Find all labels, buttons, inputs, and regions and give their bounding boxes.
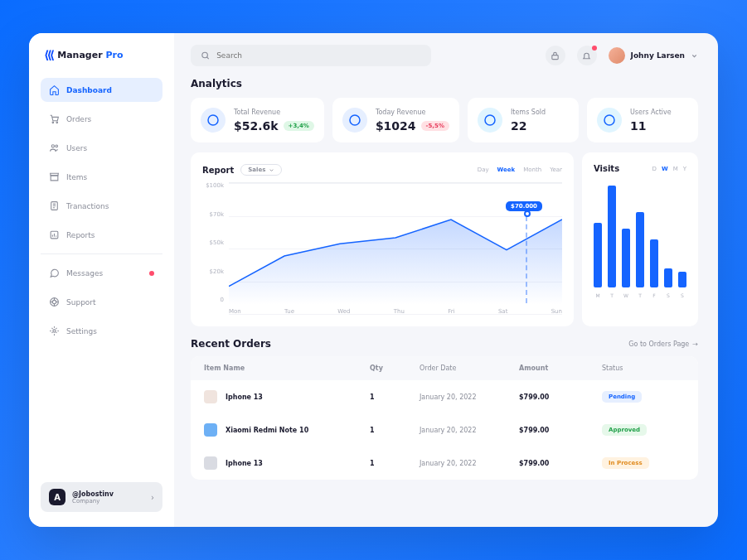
search-icon — [201, 51, 210, 60]
nav-item-dashboard[interactable]: Dashboard — [41, 78, 162, 102]
stat-delta: -5,5% — [421, 121, 449, 131]
visits-range-M[interactable]: M — [673, 166, 678, 172]
notifications-button[interactable] — [577, 46, 597, 65]
visits-panel: Visits DWMY MTWTFSS — [582, 152, 698, 326]
search-input[interactable] — [216, 51, 421, 60]
nav-dot — [149, 271, 154, 276]
nav-label: Settings — [66, 327, 97, 336]
stat-value: 11 — [630, 119, 672, 133]
orders-heading: Recent Orders — [191, 338, 271, 350]
arrow-right-icon: → — [692, 340, 698, 348]
bell-icon — [582, 51, 591, 60]
item-qty: 1 — [370, 427, 420, 434]
home-icon — [49, 84, 60, 95]
svg-point-3 — [56, 145, 58, 147]
th-qty: Qty — [370, 364, 420, 372]
stats-row: Total Revenue$52.6k+3,4%Today Revenue$10… — [191, 98, 698, 142]
calendar-icon — [342, 108, 367, 133]
company-info: @Jobostinv Company — [72, 490, 144, 504]
search-box[interactable] — [191, 45, 431, 66]
chevron-down-icon — [269, 167, 274, 173]
sidebar: ⟨⟨⟨ Manager Pro DashboardOrdersUsersItem… — [29, 33, 174, 527]
gear-icon — [49, 326, 60, 336]
visits-bars — [594, 180, 686, 287]
nav-item-messages[interactable]: Messages — [41, 261, 162, 285]
table-row[interactable]: Iphone 131January 20, 2022$799.00Pending — [191, 380, 698, 413]
report-panel: Report Sales DayWeekMonthYear $100k$70k$… — [191, 152, 574, 326]
range-week[interactable]: Week — [497, 167, 516, 173]
nav-item-reports[interactable]: Reports — [41, 223, 162, 247]
table-header: Item Name Qty Order Date Amount Status — [191, 356, 698, 380]
bar — [594, 223, 602, 287]
nav-item-users[interactable]: Users — [41, 136, 162, 160]
item-name: Iphone 13 — [226, 460, 263, 467]
stat-card: Today Revenue$1024-5,5% — [332, 98, 459, 142]
item-qty: 1 — [370, 393, 420, 401]
table-row[interactable]: Iphone 131January 20, 2022$799.00In Proc… — [191, 447, 698, 480]
lock-button[interactable] — [546, 46, 565, 65]
stat-label: Items Sold — [511, 109, 546, 116]
chart-point — [524, 210, 531, 217]
company-handle: @Jobostinv — [72, 490, 144, 498]
nav-item-orders[interactable]: Orders — [41, 107, 162, 131]
logo-icon: ⟨⟨⟨ — [44, 48, 52, 61]
stat-delta: +3,4% — [284, 121, 314, 131]
topbar: Johny Larsen — [191, 45, 698, 66]
nav-item-tranactions[interactable]: Tranactions — [41, 194, 162, 218]
nav-label: Orders — [66, 115, 91, 123]
chat-icon — [49, 268, 60, 278]
users-icon — [49, 142, 60, 153]
svg-point-25 — [604, 115, 614, 125]
svg-point-23 — [350, 115, 360, 125]
stat-card: Total Revenue$52.6k+3,4% — [191, 98, 324, 142]
stat-card: Users Active11 — [587, 98, 698, 142]
status-badge: Pending — [602, 391, 642, 403]
item-date: January 20, 2022 — [420, 393, 519, 401]
th-item: Item Name — [204, 364, 370, 372]
orders-page-link[interactable]: Go to Orders Page → — [628, 340, 698, 348]
bar — [678, 272, 686, 288]
svg-point-22 — [208, 115, 218, 125]
user-menu[interactable]: Johny Larsen — [609, 47, 698, 64]
report-dropdown[interactable]: Sales — [240, 164, 282, 176]
item-amount: $799.00 — [519, 460, 602, 467]
th-amount: Amount — [519, 364, 602, 372]
svg-line-20 — [206, 57, 208, 59]
visits-range-D[interactable]: D — [652, 166, 657, 172]
notification-dot — [592, 46, 597, 51]
item-date: January 20, 2022 — [420, 460, 519, 467]
stat-label: Today Revenue — [376, 109, 449, 116]
user-name: Johny Larsen — [631, 51, 685, 60]
box-icon — [478, 108, 502, 133]
nav-item-support[interactable]: Support — [41, 290, 162, 314]
visits-labels: MTWTFSS — [594, 292, 686, 298]
range-day[interactable]: Day — [478, 167, 489, 173]
visits-title: Visits — [594, 164, 619, 173]
item-thumbnail — [204, 456, 217, 470]
svg-point-18 — [53, 330, 56, 332]
chart-marker-line — [526, 208, 527, 303]
charts-row: Report Sales DayWeekMonthYear $100k$70k$… — [191, 152, 698, 326]
doc-icon — [49, 200, 60, 211]
range-month[interactable]: Month — [523, 167, 541, 173]
report-chart: $100k$70k$50k$20k0 $70.000 MonTueWedThuF… — [202, 182, 562, 315]
visits-range-W[interactable]: W — [662, 166, 668, 172]
stat-label: Total Revenue — [234, 109, 314, 116]
company-card[interactable]: A @Jobostinv Company › — [41, 482, 162, 512]
item-name: Xiaomi Redmi Note 10 — [226, 427, 308, 434]
nav-label: Users — [66, 144, 87, 152]
svg-point-19 — [202, 52, 207, 57]
nav-label: Messages — [66, 269, 103, 278]
company-avatar: A — [49, 489, 65, 505]
table-row[interactable]: Xiaomi Redmi Note 101January 20, 2022$79… — [191, 413, 698, 447]
svg-rect-21 — [552, 55, 558, 59]
range-year[interactable]: Year — [550, 167, 562, 173]
nav-item-settings[interactable]: Settings — [41, 319, 162, 343]
nav-item-items[interactable]: Items — [41, 165, 162, 189]
store-icon — [49, 171, 60, 182]
logo[interactable]: ⟨⟨⟨ Manager Pro — [41, 48, 162, 61]
report-title: Report — [202, 166, 234, 175]
chevron-down-icon — [691, 52, 698, 60]
visits-range-Y[interactable]: Y — [683, 166, 686, 172]
status-badge: In Process — [602, 457, 649, 469]
